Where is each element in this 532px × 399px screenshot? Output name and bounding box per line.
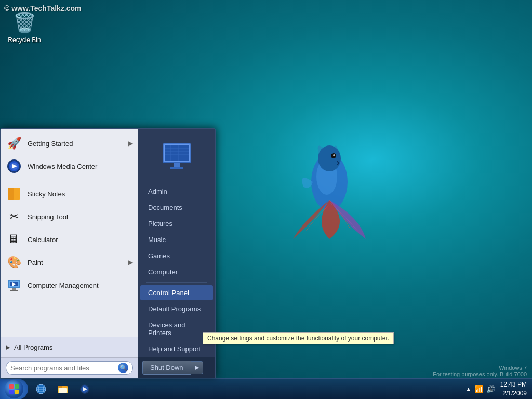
paint-icon: 🎨 [6, 254, 22, 271]
getting-started-arrow: ▶ [128, 140, 133, 147]
svg-rect-19 [165, 145, 189, 161]
right-item-control-panel[interactable]: Control Panel [140, 285, 213, 300]
svg-rect-10 [8, 188, 14, 200]
clock[interactable]: 12:43 PM 2/1/2009 [500, 380, 527, 398]
right-item-documents-label: Documents [148, 204, 182, 211]
windows-media-center-icon [6, 158, 22, 175]
win-version-line2: For testing purposes only. Build 7000 [433, 371, 527, 377]
svg-rect-14 [10, 290, 18, 291]
svg-point-4 [333, 154, 335, 156]
search-button[interactable]: 🔍 [118, 363, 128, 373]
right-item-computer[interactable]: Computer [140, 264, 213, 280]
taskbar-right: ▲ 📶 🔊 12:43 PM 2/1/2009 [466, 380, 532, 398]
system-tray: ▲ 📶 🔊 [466, 385, 495, 393]
right-item-default-programs[interactable]: Default Programs [140, 301, 213, 316]
all-programs-item[interactable]: ▶ All Programs [1, 340, 138, 354]
sticky-notes-label: Sticky Notes [28, 190, 133, 198]
svg-rect-25 [174, 163, 180, 167]
right-item-music[interactable]: Music [140, 232, 213, 247]
search-input-container: 🔍 [6, 361, 133, 375]
computer-management-icon [6, 277, 22, 294]
svg-rect-26 [170, 167, 183, 169]
right-item-games-label: Games [148, 252, 170, 260]
left-panel-top: 🚀 Getting Started ▶ [1, 129, 138, 337]
user-icon-area [138, 134, 215, 183]
recycle-bin-icon[interactable]: 🗑️ Recycle Bin [6, 10, 43, 44]
right-item-music-label: Music [148, 236, 166, 244]
all-programs-arrow: ▶ [6, 344, 10, 351]
shutdown-label: Shut Down [150, 364, 183, 371]
paint-arrow: ▶ [128, 259, 133, 266]
svg-rect-27 [163, 162, 191, 163]
menu-item-windows-media-center[interactable]: Windows Media Center [1, 155, 138, 178]
computer-management-label: Computer Management [28, 282, 133, 289]
taskbar-ie-icon[interactable] [32, 380, 50, 398]
network-icon: 📶 [474, 385, 483, 393]
right-item-pictures[interactable]: Pictures [140, 216, 213, 231]
windows-media-center-label: Windows Media Center [28, 163, 133, 170]
recycle-bin-label: Recycle Bin [8, 36, 41, 44]
user-pc-icon [158, 139, 195, 176]
show-hidden-icons-button[interactable]: ▲ [466, 386, 471, 392]
svg-rect-30 [15, 384, 19, 389]
shutdown-button[interactable]: Shut Down [142, 361, 191, 375]
taskbar-media-player-icon[interactable] [75, 380, 94, 398]
menu-item-calculator[interactable]: 🖩 Calculator [1, 228, 138, 251]
right-item-documents[interactable]: Documents [140, 200, 213, 215]
recycle-bin-graphic: 🗑️ [12, 10, 37, 35]
sticky-notes-icon [6, 185, 22, 202]
menu-item-computer-management[interactable]: Computer Management [1, 274, 138, 297]
right-item-admin-label: Admin [148, 188, 167, 195]
betta-fish-decoration [283, 119, 376, 239]
start-menu: 🚀 Getting Started ▶ [0, 128, 216, 378]
snipping-tool-label: Snipping Tool [28, 213, 133, 221]
right-item-pictures-label: Pictures [148, 220, 172, 228]
right-item-computer-label: Computer [148, 268, 178, 276]
search-input[interactable] [10, 364, 118, 372]
start-orb [5, 380, 23, 398]
right-separator-1 [146, 282, 207, 283]
right-item-control-panel-label: Control Panel [148, 289, 189, 297]
all-programs-label: All Programs [14, 343, 52, 351]
getting-started-icon: 🚀 [6, 135, 22, 152]
desktop: © www.TechTalkz.com 🗑️ Recycle Bin Windo… [0, 0, 532, 399]
start-menu-body: 🚀 Getting Started ▶ [1, 129, 215, 378]
menu-item-sticky-notes[interactable]: Sticky Notes [1, 182, 138, 205]
shutdown-options-button[interactable]: ▶ [191, 361, 203, 374]
menu-item-getting-started[interactable]: 🚀 Getting Started ▶ [1, 132, 138, 155]
right-item-games[interactable]: Games [140, 248, 213, 263]
right-item-help-support[interactable]: Help and Support [140, 341, 213, 356]
tooltip-text: Change settings and customize the functi… [207, 335, 389, 342]
taskbar: ▲ 📶 🔊 12:43 PM 2/1/2009 [0, 378, 532, 399]
right-item-devices-printers-label: Devices and Printers [148, 321, 185, 337]
left-panel-bottom: ▶ All Programs [1, 337, 138, 357]
search-bar: 🔍 [1, 357, 138, 378]
volume-icon[interactable]: 🔊 [486, 385, 495, 393]
left-panel: 🚀 Getting Started ▶ [1, 129, 138, 378]
right-item-default-programs-label: Default Programs [148, 305, 201, 313]
clock-date: 2/1/2009 [500, 389, 527, 398]
menu-item-paint[interactable]: 🎨 Paint ▶ [1, 251, 138, 274]
svg-rect-31 [9, 390, 14, 394]
tooltip: Change settings and customize the functi… [203, 332, 394, 344]
calculator-label: Calculator [28, 236, 133, 244]
windows-version-text: Windows 7 For testing purposes only. Bui… [433, 365, 527, 377]
shutdown-arrow-icon: ▶ [195, 364, 199, 371]
getting-started-label: Getting Started [28, 140, 128, 148]
paint-label: Paint [28, 259, 128, 267]
svg-point-2 [318, 145, 341, 171]
svg-rect-32 [15, 390, 19, 394]
right-item-admin[interactable]: Admin [140, 184, 213, 199]
svg-rect-13 [12, 288, 16, 290]
menu-item-snipping-tool[interactable]: ✂ Snipping Tool [1, 205, 138, 228]
svg-rect-41 [59, 388, 67, 393]
taskbar-explorer-icon[interactable] [54, 380, 72, 398]
right-item-help-support-label: Help and Support [148, 345, 201, 353]
snipping-tool-icon: ✂ [6, 208, 22, 225]
svg-rect-40 [58, 386, 62, 388]
start-button[interactable] [0, 379, 28, 400]
shutdown-area: Shut Down ▶ [138, 357, 215, 378]
svg-rect-29 [9, 384, 14, 389]
right-item-devices-printers[interactable]: Devices and Printers [140, 317, 213, 340]
clock-time: 12:43 PM [500, 380, 527, 389]
